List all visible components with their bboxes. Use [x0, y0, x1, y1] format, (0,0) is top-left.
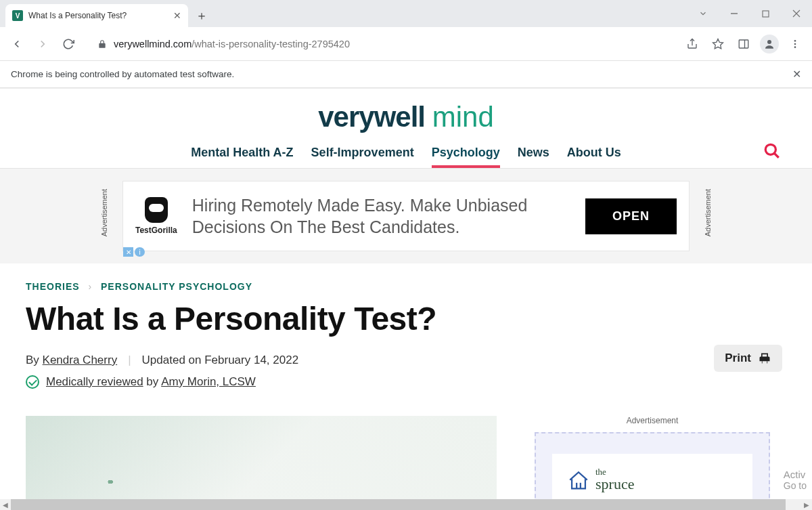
- nav-news[interactable]: News: [518, 146, 549, 168]
- ad-text: Hiring Remotely Made Easy. Make Unbiased…: [192, 194, 570, 238]
- breadcrumb-theories[interactable]: THEORIES: [26, 281, 80, 292]
- medically-reviewed-link[interactable]: Medically reviewed: [46, 375, 143, 388]
- print-button[interactable]: Print: [714, 345, 782, 372]
- lock-icon: [97, 39, 107, 49]
- new-tab-button[interactable]: ＋: [192, 6, 211, 25]
- byline: By Kendra Cherry | Updated on February 1…: [26, 354, 786, 367]
- house-icon: [567, 469, 590, 492]
- automation-message: Chrome is being controlled by automated …: [11, 69, 234, 79]
- close-automation-icon[interactable]: ✕: [792, 68, 801, 81]
- side-panel-icon[interactable]: [732, 33, 755, 56]
- page-viewport: verywell mind Mental Health A-Z Self-Imp…: [0, 88, 812, 505]
- gorilla-icon: [145, 197, 168, 223]
- article-body: Advertisement the spruce: [26, 416, 786, 505]
- svg-rect-6: [739, 40, 748, 48]
- updated-date: Updated on February 14, 2022: [142, 354, 299, 367]
- print-icon: [758, 352, 771, 365]
- browser-tab-strip: V What Is a Personality Test? ✕ ＋: [0, 0, 812, 27]
- sidebar-ad-unit[interactable]: the spruce: [535, 432, 770, 505]
- ad-brand-logo: TestGorilla: [135, 197, 177, 235]
- main-nav: Mental Health A-Z Self-Improvement Psych…: [0, 146, 812, 168]
- svg-marker-5: [713, 39, 723, 48]
- browser-tab[interactable]: V What Is a Personality Test? ✕: [5, 4, 188, 27]
- svg-point-9: [794, 40, 796, 42]
- search-icon[interactable]: [763, 142, 781, 160]
- back-button[interactable]: [5, 33, 28, 56]
- nav-self-improvement[interactable]: Self-Improvement: [311, 146, 414, 168]
- address-bar[interactable]: verywellmind.com/what-is-personality-tes…: [88, 33, 673, 56]
- scroll-left-icon[interactable]: ◀: [0, 499, 11, 510]
- browser-toolbar: verywellmind.com/what-is-personality-tes…: [0, 27, 812, 61]
- close-window-button[interactable]: [781, 3, 812, 24]
- spruce-logo: the spruce: [567, 469, 634, 493]
- author-link[interactable]: Kendra Cherry: [43, 354, 118, 366]
- nav-about[interactable]: About Us: [567, 146, 621, 168]
- ad-cta-button[interactable]: OPEN: [585, 198, 677, 234]
- forward-button[interactable]: [31, 33, 54, 56]
- breadcrumb: THEORIES › PERSONALITY PSYCHOLOGY: [26, 281, 786, 292]
- ad-label: Advertisement: [100, 189, 108, 236]
- ad-label: Advertisement: [704, 189, 712, 236]
- reviewer-link[interactable]: Amy Morin, LCSW: [161, 375, 256, 388]
- url-text: verywellmind.com/what-is-personality-tes…: [114, 39, 663, 49]
- chevron-down-icon[interactable]: [687, 3, 719, 24]
- close-tab-icon[interactable]: ✕: [173, 10, 181, 21]
- check-icon: [26, 375, 39, 389]
- article: THEORIES › PERSONALITY PSYCHOLOGY What I…: [0, 263, 812, 505]
- scroll-track[interactable]: [11, 499, 801, 510]
- menu-icon[interactable]: [784, 33, 807, 56]
- reload-button[interactable]: [57, 33, 80, 56]
- page-title: What Is a Personality Test?: [26, 300, 786, 337]
- top-ad-banner: Advertisement TestGorilla Hiring Remotel…: [0, 169, 812, 263]
- svg-point-10: [794, 43, 796, 45]
- svg-point-11: [794, 46, 796, 48]
- share-icon[interactable]: [681, 33, 704, 56]
- svg-point-12: [765, 144, 775, 154]
- automation-banner: Chrome is being controlled by automated …: [0, 61, 812, 88]
- ad-label: Advertisement: [535, 416, 770, 425]
- tab-title: What Is a Personality Test?: [28, 11, 168, 20]
- adchoices-icon[interactable]: ✕i: [123, 247, 145, 257]
- profile-button[interactable]: [758, 33, 781, 56]
- window-controls: [687, 0, 812, 27]
- horizontal-scrollbar[interactable]: ◀ ▶: [0, 499, 812, 510]
- nav-mental-health[interactable]: Mental Health A-Z: [191, 146, 293, 168]
- site-logo[interactable]: verywell mind: [0, 101, 812, 133]
- breadcrumb-personality-psychology[interactable]: PERSONALITY PSYCHOLOGY: [101, 281, 252, 292]
- hero-image: [26, 416, 497, 505]
- svg-rect-1: [763, 11, 769, 17]
- nav-psychology[interactable]: Psychology: [432, 146, 500, 168]
- ad-unit[interactable]: TestGorilla Hiring Remotely Made Easy. M…: [122, 181, 690, 251]
- bookmark-icon[interactable]: [706, 33, 729, 56]
- site-header: verywell mind Mental Health A-Z Self-Imp…: [0, 89, 812, 169]
- favicon-icon: V: [12, 10, 23, 21]
- sidebar-ad: Advertisement the spruce: [535, 416, 770, 505]
- svg-point-8: [767, 40, 771, 44]
- maximize-button[interactable]: [750, 3, 781, 24]
- page-scroll[interactable]: verywell mind Mental Health A-Z Self-Imp…: [0, 89, 812, 505]
- svg-line-13: [774, 153, 779, 158]
- minimize-button[interactable]: [719, 3, 750, 24]
- medical-review: Medically reviewed by Amy Morin, LCSW: [26, 375, 786, 389]
- scroll-right-icon[interactable]: ▶: [801, 499, 812, 510]
